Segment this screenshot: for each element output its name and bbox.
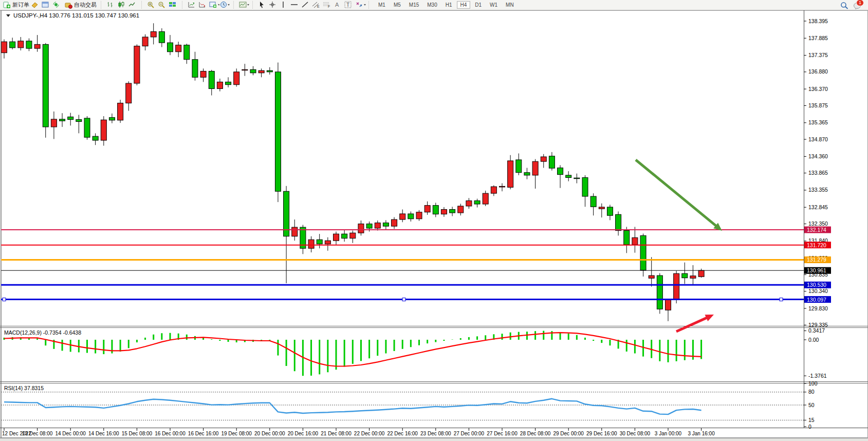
candle-chart-mode-icon[interactable] [117, 1, 128, 9]
time-tick-label: 14 Dec 16:00 [88, 431, 119, 436]
candle-body [516, 160, 522, 173]
timeframe-d1[interactable]: D1 [471, 1, 485, 9]
macd-tick-label: -1.3761 [808, 373, 827, 379]
candle-body [698, 270, 704, 277]
timeframe-m1[interactable]: M1 [375, 1, 389, 9]
crosshair-icon[interactable] [269, 1, 280, 9]
candle-body [424, 206, 430, 212]
candle-body [590, 196, 596, 207]
candle-body [474, 201, 480, 205]
label-tool-icon[interactable]: T [344, 1, 355, 9]
time-tick-label: 19 Dec 08:00 [221, 431, 252, 436]
timeframe-mn[interactable]: MN [502, 1, 518, 9]
trendline-icon[interactable] [301, 1, 312, 9]
time-tick-label: 29 Dec 16:00 [586, 431, 617, 436]
candle-body [68, 117, 73, 119]
candle-body [292, 227, 298, 236]
line-chart-mode-icon[interactable] [128, 1, 139, 9]
svg-text:T: T [346, 2, 349, 8]
period-clock-icon[interactable] [220, 1, 231, 9]
template-icon[interactable] [239, 1, 250, 9]
time-tick-label: 30 Dec 08:00 [620, 431, 651, 436]
toolbar-separator [252, 1, 255, 9]
price-tick-label: 134.360 [808, 153, 828, 159]
timeframe-m15[interactable]: M15 [405, 1, 422, 9]
timeframe-m30[interactable]: M30 [423, 1, 440, 9]
fibonacci-icon[interactable]: F [323, 1, 334, 9]
candle-body [458, 206, 464, 213]
signal-icon[interactable] [52, 1, 63, 9]
horizontal-line-icon[interactable] [290, 1, 301, 9]
timeframe-h1[interactable]: H1 [442, 1, 456, 9]
candle-body [84, 118, 90, 137]
zoom-in-icon[interactable] [147, 1, 158, 9]
candle-body [350, 233, 356, 238]
autotrading-button[interactable]: 自动交易 [63, 1, 98, 9]
status-bar [0, 438, 868, 441]
candle-body [483, 193, 488, 204]
zoom-out-icon[interactable] [158, 1, 169, 9]
notifications-icon[interactable]: 1 [853, 2, 861, 8]
candle-body [640, 235, 646, 270]
candle-body [176, 45, 181, 52]
time-tick-label: 22 Dec 16:00 [387, 431, 418, 436]
new-order-button[interactable]: 新订单 [2, 1, 31, 9]
candle-body [558, 168, 563, 175]
candle-body [275, 72, 281, 191]
channel-icon[interactable]: E [312, 1, 323, 9]
candle-body [441, 209, 447, 214]
time-tick-label: 3 Jan 16:00 [688, 431, 715, 436]
candle-body [151, 32, 156, 37]
candle-body [375, 223, 380, 228]
price-badge-131.72: 131.720 [804, 242, 831, 248]
price-tick-label: 132.350 [808, 220, 828, 227]
timeframe-h4[interactable]: H4 [457, 1, 471, 9]
candle-body [358, 224, 364, 233]
macd-label: MACD(12,26,9) -0.7354 -0.6438 [4, 329, 81, 336]
price-tick-label: 134.870 [808, 136, 828, 142]
hline-handle[interactable] [3, 298, 6, 301]
price-tick-label: 132.845 [808, 204, 828, 210]
time-tick-label: 28 Dec 08:00 [520, 431, 551, 436]
chart-window-icon[interactable] [42, 1, 52, 9]
search-icon[interactable] [840, 2, 848, 8]
timeframe-w1[interactable]: W1 [486, 1, 501, 9]
add-indicator-icon[interactable] [209, 1, 220, 9]
indicator-window-icon[interactable] [188, 1, 198, 9]
chart-title-text: USDJPY-,H4 130.776 131.015 130.747 130.9… [13, 12, 139, 19]
price-badge-label: 130.097 [807, 297, 826, 303]
candle-body [60, 119, 65, 121]
hline-handle[interactable] [402, 298, 405, 301]
indicator-subwindow-icon[interactable] [198, 1, 209, 9]
new-order-label: 新订单 [12, 1, 29, 9]
hline-handle[interactable] [780, 298, 783, 301]
candle-body [325, 241, 330, 244]
candle-body [226, 82, 231, 84]
bar-chart-mode-icon[interactable] [106, 1, 117, 9]
candle-body [142, 37, 148, 46]
text-tool-icon[interactable]: A [334, 1, 344, 9]
time-tick-label: 14 Dec 00:00 [55, 431, 86, 436]
price-badge-label: 131.720 [807, 242, 826, 248]
toolbar-separator [368, 1, 372, 9]
timeframe-m5[interactable]: M5 [390, 1, 404, 9]
toolbar-separator [182, 1, 185, 9]
vertical-line-icon[interactable] [280, 1, 290, 9]
candle-body [26, 41, 32, 48]
candle-body [491, 187, 496, 193]
tile-windows-icon[interactable] [169, 1, 179, 9]
eraser-icon[interactable] [31, 1, 42, 9]
price-tick-label: 129.335 [808, 322, 828, 328]
mt4-window: 新订单 自动交易 [0, 0, 868, 441]
price-badge-130.961: 130.961 [804, 267, 831, 274]
candle-body [549, 156, 555, 168]
shapes-arrows-icon[interactable] [355, 1, 366, 9]
price-badge-label: 130.961 [807, 267, 826, 273]
candle-body [466, 201, 472, 206]
macd-tick-label: 0.00 [808, 337, 819, 343]
cursor-icon[interactable] [258, 1, 269, 9]
candle-body [118, 103, 123, 120]
candle-body [242, 69, 248, 70]
candle-body [168, 43, 173, 52]
chart-canvas[interactable]: 138.395137.885137.375136.880136.370135.8… [0, 10, 868, 438]
